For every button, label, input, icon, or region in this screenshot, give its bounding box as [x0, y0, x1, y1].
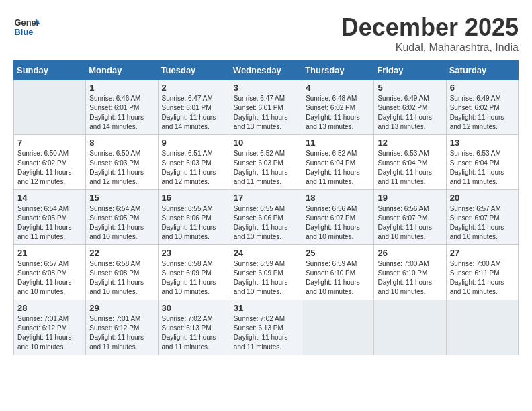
calendar-week-row: 21Sunrise: 6:57 AMSunset: 6:08 PMDayligh…: [14, 245, 519, 300]
daylight-label: Daylight: 11 hours and 13 minutes.: [378, 113, 432, 130]
sunrise-label: Sunrise: 6:47 AM: [234, 95, 285, 102]
day-number: 11: [306, 138, 370, 148]
day-of-week-sunday: Sunday: [14, 61, 86, 80]
sunrise-label: Sunrise: 6:55 AM: [234, 205, 285, 212]
day-of-week-tuesday: Tuesday: [158, 61, 230, 80]
calendar-week-row: 28Sunrise: 7:01 AMSunset: 6:12 PMDayligh…: [14, 300, 519, 355]
page-header: General Blue December 2025 Kudal, Mahara…: [13, 13, 519, 54]
day-number: 12: [378, 138, 442, 148]
day-info: Sunrise: 7:01 AMSunset: 6:12 PMDaylight:…: [17, 314, 82, 352]
day-info: Sunrise: 6:55 AMSunset: 6:06 PMDaylight:…: [162, 204, 226, 242]
daylight-label: Daylight: 11 hours and 10 minutes.: [17, 279, 72, 295]
day-number: 28: [17, 303, 82, 313]
sunrise-label: Sunrise: 6:50 AM: [89, 150, 140, 157]
sunset-label: Sunset: 6:07 PM: [450, 214, 500, 222]
calendar-cell: 8Sunrise: 6:50 AMSunset: 6:03 PMDaylight…: [86, 135, 158, 190]
day-info: Sunrise: 6:57 AMSunset: 6:07 PMDaylight:…: [450, 204, 515, 242]
day-info: Sunrise: 6:50 AMSunset: 6:02 PMDaylight:…: [17, 149, 82, 187]
daylight-label: Daylight: 11 hours and 11 minutes.: [162, 334, 216, 351]
sunrise-label: Sunrise: 6:48 AM: [306, 95, 357, 102]
daylight-label: Daylight: 11 hours and 11 minutes.: [450, 169, 504, 185]
daylight-label: Daylight: 11 hours and 10 minutes.: [306, 279, 360, 295]
calendar-cell: 12Sunrise: 6:53 AMSunset: 6:04 PMDayligh…: [374, 135, 446, 190]
sunset-label: Sunset: 6:04 PM: [450, 159, 500, 167]
day-info: Sunrise: 6:56 AMSunset: 6:07 PMDaylight:…: [306, 204, 370, 242]
day-info: Sunrise: 7:02 AMSunset: 6:13 PMDaylight:…: [234, 314, 298, 352]
sunset-label: Sunset: 6:02 PM: [306, 104, 355, 111]
sunrise-label: Sunrise: 6:57 AM: [17, 260, 69, 267]
svg-text:Blue: Blue: [15, 27, 34, 37]
day-number: 19: [378, 193, 442, 203]
sunrise-label: Sunrise: 6:47 AM: [162, 95, 213, 102]
day-info: Sunrise: 6:58 AMSunset: 6:08 PMDaylight:…: [89, 259, 154, 297]
calendar-cell: 2Sunrise: 6:47 AMSunset: 6:01 PMDaylight…: [158, 80, 230, 135]
calendar-header-row: SundayMondayTuesdayWednesdayThursdayFrid…: [14, 61, 519, 80]
day-info: Sunrise: 6:49 AMSunset: 6:02 PMDaylight:…: [378, 94, 442, 132]
sunrise-label: Sunrise: 6:56 AM: [378, 205, 429, 212]
day-number: 18: [306, 193, 370, 203]
day-of-week-friday: Friday: [374, 61, 446, 80]
day-number: 30: [162, 303, 226, 313]
month-title: December 2025: [341, 13, 519, 42]
day-info: Sunrise: 7:02 AMSunset: 6:13 PMDaylight:…: [162, 314, 226, 352]
sunrise-label: Sunrise: 6:51 AM: [162, 150, 213, 157]
daylight-label: Daylight: 11 hours and 10 minutes.: [89, 224, 144, 240]
day-info: Sunrise: 6:53 AMSunset: 6:04 PMDaylight:…: [378, 149, 442, 187]
calendar-cell: 4Sunrise: 6:48 AMSunset: 6:02 PMDaylight…: [302, 80, 374, 135]
sunrise-label: Sunrise: 6:56 AM: [306, 205, 357, 212]
sunset-label: Sunset: 6:02 PM: [378, 104, 427, 111]
sunrise-label: Sunrise: 6:50 AM: [17, 150, 69, 157]
calendar-cell: 24Sunrise: 6:59 AMSunset: 6:09 PMDayligh…: [230, 245, 302, 300]
calendar-cell: 23Sunrise: 6:58 AMSunset: 6:09 PMDayligh…: [158, 245, 230, 300]
sunrise-label: Sunrise: 7:00 AM: [450, 260, 501, 267]
day-number: 24: [234, 248, 298, 258]
sunset-label: Sunset: 6:07 PM: [306, 214, 355, 222]
sunrise-label: Sunrise: 6:58 AM: [89, 260, 140, 267]
daylight-label: Daylight: 11 hours and 10 minutes.: [450, 279, 504, 295]
day-number: 25: [306, 248, 370, 258]
day-number: 6: [450, 83, 515, 93]
day-number: 13: [450, 138, 515, 148]
daylight-label: Daylight: 11 hours and 10 minutes.: [234, 224, 288, 240]
day-number: 5: [378, 83, 442, 93]
day-of-week-monday: Monday: [86, 61, 158, 80]
calendar-cell: 17Sunrise: 6:55 AMSunset: 6:06 PMDayligh…: [230, 190, 302, 245]
sunrise-label: Sunrise: 6:49 AM: [378, 95, 429, 102]
day-number: 22: [89, 248, 154, 258]
day-number: 1: [89, 83, 154, 93]
sunset-label: Sunset: 6:02 PM: [450, 104, 500, 111]
day-info: Sunrise: 6:47 AMSunset: 6:01 PMDaylight:…: [162, 94, 226, 132]
sunrise-label: Sunrise: 6:52 AM: [306, 150, 357, 157]
day-info: Sunrise: 6:56 AMSunset: 6:07 PMDaylight:…: [378, 204, 442, 242]
calendar-cell: 6Sunrise: 6:49 AMSunset: 6:02 PMDaylight…: [446, 80, 518, 135]
title-block: December 2025 Kudal, Maharashtra, India: [341, 13, 519, 54]
day-number: 14: [17, 193, 82, 203]
sunset-label: Sunset: 6:10 PM: [378, 269, 427, 277]
day-info: Sunrise: 6:52 AMSunset: 6:04 PMDaylight:…: [306, 149, 370, 187]
day-number: 2: [162, 83, 226, 93]
day-info: Sunrise: 6:55 AMSunset: 6:06 PMDaylight:…: [234, 204, 298, 242]
daylight-label: Daylight: 11 hours and 11 minutes.: [234, 169, 288, 185]
day-info: Sunrise: 6:54 AMSunset: 6:05 PMDaylight:…: [17, 204, 82, 242]
sunset-label: Sunset: 6:01 PM: [89, 104, 139, 111]
daylight-label: Daylight: 11 hours and 11 minutes.: [306, 169, 360, 185]
sunset-label: Sunset: 6:05 PM: [17, 214, 67, 222]
daylight-label: Daylight: 11 hours and 10 minutes.: [378, 279, 432, 295]
day-info: Sunrise: 6:52 AMSunset: 6:03 PMDaylight:…: [234, 149, 298, 187]
day-number: 27: [450, 248, 515, 258]
day-info: Sunrise: 6:51 AMSunset: 6:03 PMDaylight:…: [162, 149, 226, 187]
daylight-label: Daylight: 11 hours and 10 minutes.: [162, 279, 216, 295]
day-info: Sunrise: 6:49 AMSunset: 6:02 PMDaylight:…: [450, 94, 515, 132]
daylight-label: Daylight: 11 hours and 10 minutes.: [306, 224, 360, 240]
daylight-label: Daylight: 11 hours and 12 minutes.: [17, 169, 72, 185]
sunrise-label: Sunrise: 7:01 AM: [17, 315, 69, 322]
sunset-label: Sunset: 6:13 PM: [234, 324, 283, 332]
sunset-label: Sunset: 6:03 PM: [89, 159, 139, 167]
day-of-week-thursday: Thursday: [302, 61, 374, 80]
logo-icon: General Blue: [13, 13, 40, 40]
daylight-label: Daylight: 11 hours and 10 minutes.: [450, 224, 504, 240]
calendar-cell: 15Sunrise: 6:54 AMSunset: 6:05 PMDayligh…: [86, 190, 158, 245]
calendar-cell: 19Sunrise: 6:56 AMSunset: 6:07 PMDayligh…: [374, 190, 446, 245]
day-number: 8: [89, 138, 154, 148]
sunset-label: Sunset: 6:09 PM: [234, 269, 283, 277]
